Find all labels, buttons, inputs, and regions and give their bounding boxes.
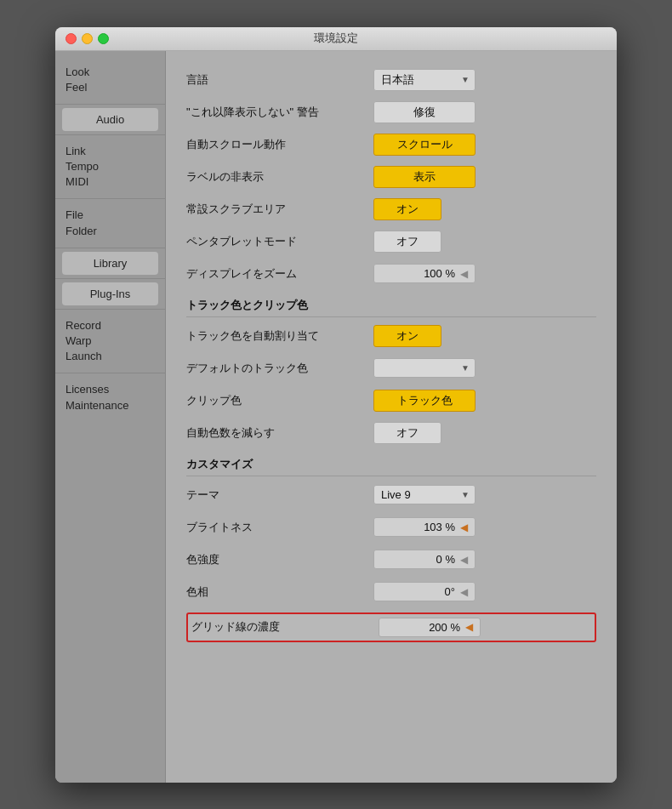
row-display-zoom: ディスプレイをズーム 100 % ◀ bbox=[186, 262, 596, 286]
control-grid-intensity: 200 % ◀ bbox=[379, 618, 591, 637]
label-auto-scroll: 自動スクロール動作 bbox=[186, 137, 373, 152]
dropdown-default-track-color[interactable]: ▼ bbox=[373, 358, 476, 378]
sidebar-divider-1 bbox=[55, 104, 165, 105]
row-auto-scroll: 自動スクロール動作 スクロール bbox=[186, 133, 596, 157]
title-bar: 環境設定 bbox=[55, 27, 617, 51]
label-auto-track-color: トラック色を自動割り当て bbox=[186, 328, 373, 344]
control-language: 日本語 ▼ bbox=[373, 69, 596, 91]
sidebar-divider-7 bbox=[55, 373, 165, 373]
row-grid-intensity: グリッド線の濃度 200 % ◀ bbox=[186, 612, 596, 642]
label-language: 言語 bbox=[186, 72, 373, 88]
label-tablet-mode: ペンタブレットモード bbox=[186, 234, 373, 249]
maximize-button[interactable] bbox=[98, 33, 109, 44]
row-auto-track-color: トラック色を自動割り当て オン bbox=[186, 324, 596, 348]
slider-hue[interactable]: 0° ◀ bbox=[373, 582, 476, 601]
label-theme: テーマ bbox=[186, 487, 373, 503]
control-label-hide: 表示 bbox=[373, 166, 596, 188]
sidebar-divider-5 bbox=[55, 278, 165, 279]
sidebar-divider-3 bbox=[55, 198, 165, 199]
row-reduce-colors: 自動色数を減らす オフ bbox=[186, 421, 596, 445]
control-auto-scroll: スクロール bbox=[373, 134, 596, 156]
slider-gray-arrow-icon: ◀ bbox=[460, 554, 468, 566]
button-show[interactable]: 表示 bbox=[373, 166, 476, 188]
sidebar-divider-2 bbox=[55, 134, 165, 135]
control-reduce-colors: オフ bbox=[373, 422, 596, 444]
row-saturation: 色強度 0 % ◀ bbox=[186, 548, 596, 572]
label-default-track-color: デフォルトのトラック色 bbox=[186, 361, 373, 376]
sidebar-item-audio[interactable]: Audio bbox=[62, 108, 158, 131]
control-theme: Live 9 ▼ bbox=[373, 485, 596, 504]
slider-saturation[interactable]: 0 % ◀ bbox=[373, 550, 476, 569]
dropdown-language[interactable]: 日本語 ▼ bbox=[373, 69, 476, 91]
label-reduce-colors: 自動色数を減らす bbox=[186, 425, 373, 441]
sidebar-item-plug-ins[interactable]: Plug-Ins bbox=[62, 282, 158, 305]
row-language: 言語 日本語 ▼ bbox=[186, 68, 596, 92]
row-hue: 色相 0° ◀ bbox=[186, 580, 596, 604]
button-reduce-off[interactable]: オフ bbox=[373, 422, 441, 444]
sidebar-item-file-folder[interactable]: FileFolder bbox=[55, 201, 165, 245]
traffic-lights bbox=[65, 33, 109, 44]
row-tablet-mode: ペンタブレットモード オフ bbox=[186, 230, 596, 254]
slider-arrow-icon: ◀ bbox=[460, 268, 468, 280]
window-body: LookFeel Audio LinkTempoMIDI FileFolder … bbox=[55, 51, 617, 783]
row-default-track-color: デフォルトのトラック色 ▼ bbox=[186, 356, 596, 380]
row-theme: テーマ Live 9 ▼ bbox=[186, 483, 596, 507]
slider-brightness[interactable]: 103 % ◀ bbox=[373, 517, 476, 537]
section-track-color: トラック色とクリップ色 bbox=[186, 298, 596, 317]
label-scrub-area: 常設スクラブエリア bbox=[186, 202, 373, 217]
window-title: 環境設定 bbox=[314, 31, 358, 46]
sidebar-item-look-feel[interactable]: LookFeel bbox=[55, 58, 165, 102]
control-brightness: 103 % ◀ bbox=[373, 517, 596, 537]
control-clip-color: トラック色 bbox=[373, 390, 596, 412]
button-scroll[interactable]: スクロール bbox=[373, 134, 476, 156]
sidebar-divider-4 bbox=[55, 248, 165, 248]
label-brightness: ブライトネス bbox=[186, 520, 373, 535]
dropdown-theme[interactable]: Live 9 ▼ bbox=[373, 485, 476, 504]
label-clip-color: クリップ色 bbox=[186, 393, 373, 408]
minimize-button[interactable] bbox=[82, 33, 93, 44]
sidebar-divider-6 bbox=[55, 309, 165, 310]
control-scrub-area: オン bbox=[373, 198, 596, 220]
control-default-track-color: ▼ bbox=[373, 358, 596, 378]
main-content: 言語 日本語 ▼ "これ以降表示しない" 警告 修復 bbox=[166, 51, 617, 783]
control-saturation: 0 % ◀ bbox=[373, 550, 596, 569]
slider-orange-arrow-icon: ◀ bbox=[460, 521, 468, 533]
slider-grid-arrow-icon: ◀ bbox=[465, 621, 473, 633]
control-auto-track-color: オン bbox=[373, 325, 596, 347]
control-hue: 0° ◀ bbox=[373, 582, 596, 601]
button-clip-color[interactable]: トラック色 bbox=[373, 390, 476, 412]
sidebar-item-record-warp-launch[interactable]: RecordWarpLaunch bbox=[55, 311, 165, 372]
label-warning: "これ以降表示しない" 警告 bbox=[186, 105, 373, 120]
section-customize: カスタマイズ bbox=[186, 457, 596, 476]
sidebar-item-link-tempo-midi[interactable]: LinkTempoMIDI bbox=[55, 137, 165, 197]
close-button[interactable] bbox=[65, 33, 77, 44]
label-saturation: 色強度 bbox=[186, 552, 373, 567]
button-track-color-on[interactable]: オン bbox=[373, 325, 441, 347]
control-tablet-mode: オフ bbox=[373, 231, 596, 253]
control-warning: 修復 bbox=[373, 101, 596, 123]
sidebar-item-library[interactable]: Library bbox=[62, 252, 158, 275]
chevron-down-icon-3: ▼ bbox=[461, 490, 470, 499]
row-label-hide: ラベルの非表示 表示 bbox=[186, 165, 596, 189]
row-clip-color: クリップ色 トラック色 bbox=[186, 389, 596, 413]
chevron-down-icon-2: ▼ bbox=[461, 363, 470, 373]
row-brightness: ブライトネス 103 % ◀ bbox=[186, 516, 596, 539]
button-restore[interactable]: 修復 bbox=[373, 101, 476, 123]
label-hue: 色相 bbox=[186, 584, 373, 600]
label-label-hide: ラベルの非表示 bbox=[186, 169, 373, 185]
row-scrub-area: 常設スクラブエリア オン bbox=[186, 197, 596, 221]
chevron-down-icon: ▼ bbox=[461, 75, 470, 84]
label-display-zoom: ディスプレイをズーム bbox=[186, 266, 373, 282]
sidebar: LookFeel Audio LinkTempoMIDI FileFolder … bbox=[55, 51, 166, 783]
slider-display-zoom[interactable]: 100 % ◀ bbox=[373, 264, 476, 283]
sidebar-item-licenses-maintenance[interactable]: LicensesMaintenance bbox=[55, 375, 165, 419]
row-warning: "これ以降表示しない" 警告 修復 bbox=[186, 100, 596, 124]
button-tablet-off[interactable]: オフ bbox=[373, 231, 441, 253]
label-grid-intensity: グリッド線の濃度 bbox=[191, 619, 379, 635]
slider-grid-intensity[interactable]: 200 % ◀ bbox=[379, 618, 481, 637]
slider-hue-arrow-icon: ◀ bbox=[460, 586, 468, 598]
button-scrub-on[interactable]: オン bbox=[373, 198, 441, 220]
control-display-zoom: 100 % ◀ bbox=[373, 264, 596, 283]
preferences-window: 環境設定 LookFeel Audio LinkTempoMIDI FileFo… bbox=[55, 27, 617, 783]
